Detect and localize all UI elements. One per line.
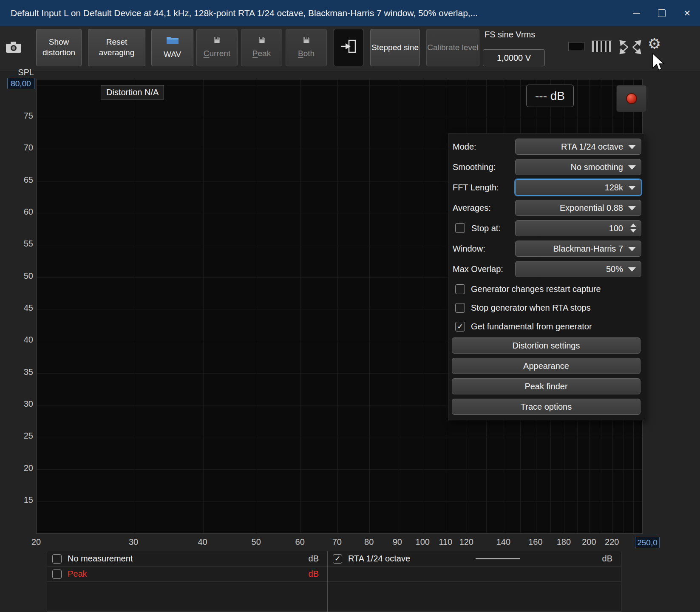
y-tick-label: 75 bbox=[0, 111, 33, 121]
import-box-icon bbox=[339, 37, 358, 59]
no-measurement-checkbox[interactable] bbox=[52, 554, 62, 564]
generator-restart-checkbox[interactable] bbox=[455, 284, 465, 294]
x-tick-label: 30 bbox=[121, 537, 146, 547]
x-tick-label: 20 bbox=[23, 537, 49, 547]
record-icon bbox=[626, 93, 637, 104]
smoothing-dropdown[interactable]: No smoothing bbox=[515, 159, 641, 175]
calibrate-level-button[interactable]: Calibrate level bbox=[426, 29, 479, 66]
rta-controls-panel: Mode: RTA 1/24 octave Smoothing: No smoo… bbox=[448, 134, 644, 420]
chevron-down-icon bbox=[628, 206, 636, 210]
window-label: Window: bbox=[453, 241, 485, 257]
show-distortion-label: Show distortion bbox=[37, 37, 81, 58]
window-dropdown[interactable]: Blackman-Harris 7 bbox=[515, 241, 641, 257]
trace-options-button[interactable]: Trace options bbox=[452, 399, 640, 415]
chevron-down-icon bbox=[628, 165, 636, 170]
spin-up-icon[interactable] bbox=[630, 224, 636, 227]
grid-line-v bbox=[337, 79, 338, 533]
y-axis-top-input[interactable]: 80,00 bbox=[7, 78, 34, 89]
max-overlap-dropdown[interactable]: 50% bbox=[515, 261, 641, 277]
spinner-arrows-icon[interactable] bbox=[630, 224, 636, 232]
peak-trace-unit: dB bbox=[309, 569, 322, 579]
y-tick-label: 50 bbox=[0, 271, 33, 281]
fit-to-data-icon[interactable] bbox=[619, 40, 642, 57]
legend-row-peak: Peak dB bbox=[47, 567, 327, 582]
save-both-button[interactable]: Both bbox=[286, 29, 327, 66]
distortion-settings-button[interactable]: Distortion settings bbox=[452, 337, 640, 354]
camera-icon[interactable] bbox=[5, 41, 22, 55]
trace-color-swatch[interactable] bbox=[568, 42, 584, 51]
y-tick-label: 35 bbox=[0, 367, 33, 377]
close-button[interactable]: ✕ bbox=[674, 0, 700, 26]
x-tick-label: 120 bbox=[453, 537, 479, 547]
grid-line-v bbox=[423, 79, 423, 533]
peak-trace-checkbox[interactable] bbox=[52, 570, 62, 579]
smoothing-label: Smoothing: bbox=[453, 159, 496, 175]
save-peak-label: Peak bbox=[252, 48, 271, 59]
palette-swatch[interactable] bbox=[592, 40, 612, 52]
get-fundamental-label: Get fundamental from generator bbox=[471, 322, 592, 332]
maximize-icon bbox=[658, 9, 666, 17]
record-button[interactable] bbox=[616, 85, 647, 112]
gear-icon[interactable]: ⚙ bbox=[648, 37, 661, 51]
grid-line-v bbox=[134, 79, 134, 533]
fs-sine-input[interactable]: 1,0000 V bbox=[483, 49, 545, 66]
stop-at-checkbox[interactable] bbox=[455, 223, 465, 233]
close-icon: ✕ bbox=[684, 8, 691, 18]
wav-button[interactable]: WAV bbox=[151, 29, 193, 66]
mode-dropdown[interactable]: RTA 1/24 octave bbox=[515, 139, 641, 155]
grid-line-v bbox=[398, 79, 398, 533]
reset-averaging-label: Reset averaging bbox=[88, 37, 145, 58]
smoothing-value: No smoothing bbox=[571, 162, 623, 172]
stepped-sine-label: Stepped sine bbox=[371, 42, 419, 53]
no-measurement-unit: dB bbox=[309, 554, 322, 564]
save-current-button[interactable]: Current bbox=[196, 29, 238, 66]
fft-length-dropdown[interactable]: 128k bbox=[515, 179, 641, 196]
chevron-down-icon bbox=[628, 145, 636, 149]
toolbar: Show distortion Reset averaging WAV Curr… bbox=[0, 26, 700, 71]
y-tick-label: 70 bbox=[0, 143, 33, 153]
check-icon: ✓ bbox=[457, 323, 463, 330]
x-axis-end-input[interactable]: 250,0 bbox=[635, 537, 660, 548]
fs-sine-label: FS sine Vrms bbox=[485, 30, 535, 40]
x-tick-label: 160 bbox=[523, 537, 548, 547]
capture-to-window-button[interactable] bbox=[334, 29, 363, 66]
show-distortion-button[interactable]: Show distortion bbox=[36, 29, 82, 66]
averages-dropdown[interactable]: Exponential 0.88 bbox=[515, 200, 641, 216]
maximize-button[interactable] bbox=[649, 0, 674, 26]
minimize-button[interactable] bbox=[623, 0, 649, 26]
get-fundamental-checkbox[interactable]: ✓ bbox=[455, 322, 465, 332]
chevron-down-icon bbox=[628, 247, 636, 251]
x-tick-label: 90 bbox=[385, 537, 410, 547]
db-readout: --- dB bbox=[526, 85, 574, 107]
peak-finder-button[interactable]: Peak finder bbox=[452, 378, 640, 394]
calibrate-level-label: Calibrate level bbox=[427, 42, 478, 53]
no-measurement-label: No measurement bbox=[68, 554, 133, 564]
grid-line-h bbox=[37, 117, 642, 117]
distortion-readout: Distortion N/A bbox=[101, 85, 164, 99]
appearance-button[interactable]: Appearance bbox=[452, 358, 640, 374]
stop-generator-label: Stop generator when RTA stops bbox=[471, 303, 591, 313]
save-peak-button[interactable]: Peak bbox=[241, 29, 282, 66]
max-overlap-value: 50% bbox=[606, 264, 623, 274]
grid-line-h bbox=[37, 437, 642, 437]
save-both-label: Both bbox=[298, 48, 315, 59]
rta-trace-unit: dB bbox=[602, 554, 616, 564]
stepped-sine-button[interactable]: Stepped sine bbox=[370, 29, 420, 66]
stop-at-label: Stop at: bbox=[471, 220, 501, 236]
stop-at-spinner[interactable]: 100 bbox=[515, 220, 641, 236]
grid-line-v bbox=[369, 79, 370, 533]
x-tick-label: 40 bbox=[190, 537, 215, 547]
reset-averaging-button[interactable]: Reset averaging bbox=[88, 29, 145, 66]
stop-generator-checkbox[interactable] bbox=[455, 303, 465, 313]
floppy-icon bbox=[213, 36, 221, 47]
title-bar[interactable]: Default Input L on Default Device at 44,… bbox=[0, 0, 700, 26]
spin-down-icon[interactable] bbox=[630, 229, 636, 232]
max-overlap-label: Max Overlap: bbox=[453, 261, 503, 277]
averages-label: Averages: bbox=[453, 200, 491, 216]
y-tick-label: 40 bbox=[0, 335, 33, 345]
x-tick-label: 140 bbox=[490, 537, 516, 547]
rta-trace-checkbox[interactable]: ✓ bbox=[333, 554, 342, 564]
grid-line-v bbox=[446, 79, 446, 533]
peak-trace-label: Peak bbox=[68, 569, 87, 579]
grid-line-h bbox=[37, 501, 642, 502]
